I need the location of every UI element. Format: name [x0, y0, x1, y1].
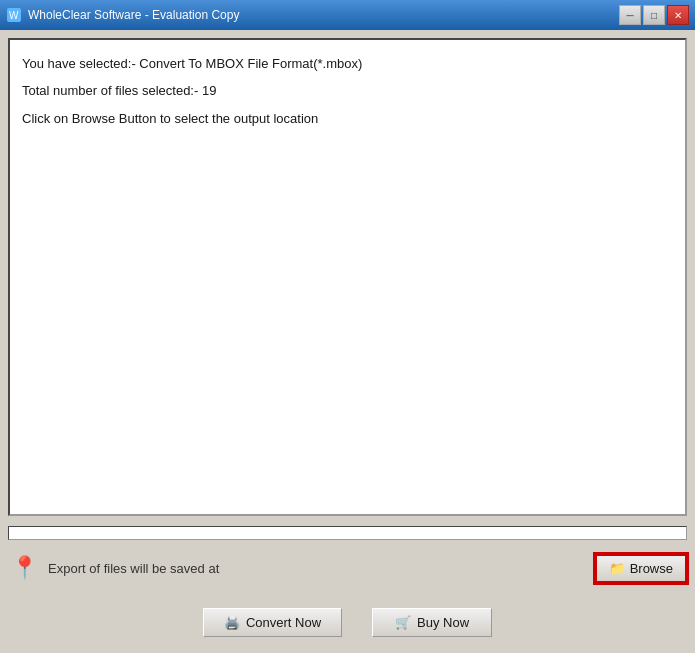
progress-bar — [8, 526, 687, 540]
svg-text:W: W — [9, 10, 19, 21]
main-window: You have selected:- Convert To MBOX File… — [0, 30, 695, 653]
folder-icon: 📁 — [609, 561, 625, 576]
convert-now-button[interactable]: 🖨️ Convert Now — [203, 608, 342, 637]
minimize-button[interactable]: ─ — [619, 5, 641, 25]
browse-button-label: Browse — [630, 561, 673, 576]
info-area: You have selected:- Convert To MBOX File… — [8, 38, 687, 516]
cart-icon: 🛒 — [395, 615, 411, 630]
buy-now-label: Buy Now — [417, 615, 469, 630]
convert-icon: 🖨️ — [224, 615, 240, 630]
info-line-1: You have selected:- Convert To MBOX File… — [22, 52, 673, 75]
app-icon: W — [6, 7, 22, 23]
info-line-2: Total number of files selected:- 19 — [22, 79, 673, 102]
progress-section: 📍 Export of files will be saved at 📁 Bro… — [8, 522, 687, 592]
window-controls: ─ □ ✕ — [619, 5, 689, 25]
close-button[interactable]: ✕ — [667, 5, 689, 25]
map-pin-icon: 📍 — [11, 555, 38, 581]
browse-label: Export of files will be saved at — [48, 561, 587, 576]
info-line-3: Click on Browse Button to select the out… — [22, 107, 673, 130]
browse-row: 📍 Export of files will be saved at 📁 Bro… — [8, 548, 687, 588]
convert-now-label: Convert Now — [246, 615, 321, 630]
action-row: 🖨️ Convert Now 🛒 Buy Now — [8, 598, 687, 645]
buy-now-button[interactable]: 🛒 Buy Now — [372, 608, 492, 637]
maximize-button[interactable]: □ — [643, 5, 665, 25]
title-bar: W WholeClear Software - Evaluation Copy … — [0, 0, 695, 30]
browse-button[interactable]: 📁 Browse — [595, 554, 687, 583]
location-icon: 📍 — [8, 552, 40, 584]
title-bar-text: WholeClear Software - Evaluation Copy — [28, 8, 619, 22]
